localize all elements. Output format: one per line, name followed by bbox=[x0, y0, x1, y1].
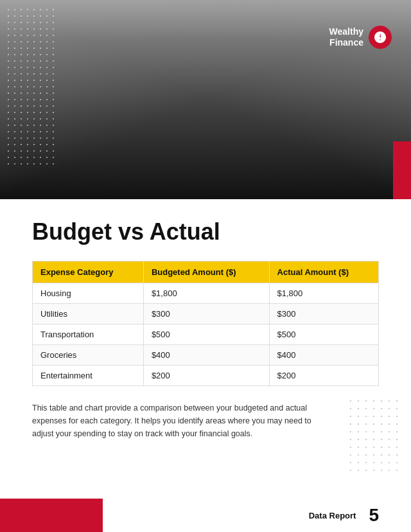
table-cell: Housing bbox=[33, 283, 144, 304]
table-header-row: Expense Category Budgeted Amount ($) Act… bbox=[33, 262, 379, 283]
logo-icon: $ bbox=[369, 26, 392, 49]
hero-image: Wealthy Finance $ bbox=[0, 0, 411, 199]
col-header-actual: Actual Amount ($) bbox=[269, 262, 378, 283]
table-row: Housing$1,800$1,800 bbox=[33, 283, 379, 304]
footer-red-bar bbox=[0, 499, 103, 532]
dot-pattern-bottom-right bbox=[347, 397, 398, 474]
table-row: Utilities$300$300 bbox=[33, 304, 379, 324]
red-accent-right bbox=[393, 141, 411, 199]
dot-pattern-left bbox=[5, 6, 57, 167]
table-row: Groceries$400$400 bbox=[33, 345, 379, 366]
logo-area: Wealthy Finance $ bbox=[329, 26, 392, 49]
col-header-category: Expense Category bbox=[33, 262, 144, 283]
table-cell: $400 bbox=[269, 345, 378, 366]
description-text: This table and chart provide a compariso… bbox=[32, 402, 328, 440]
table-row: Entertainment$200$200 bbox=[33, 366, 379, 386]
svg-text:$: $ bbox=[377, 33, 381, 41]
table-cell: Groceries bbox=[33, 345, 144, 366]
table-row: Transportation$500$500 bbox=[33, 324, 379, 345]
table-cell: $300 bbox=[269, 304, 378, 324]
table-cell: Utilities bbox=[33, 304, 144, 324]
table-cell: $500 bbox=[143, 324, 269, 345]
page-title: Budget vs Actual bbox=[32, 218, 379, 245]
footer-right: Data Report 5 bbox=[309, 505, 411, 526]
budget-table: Expense Category Budgeted Amount ($) Act… bbox=[32, 261, 379, 386]
table-cell: $400 bbox=[143, 345, 269, 366]
table-cell: $500 bbox=[269, 324, 378, 345]
page-number: 5 bbox=[369, 505, 385, 526]
table-cell: Transportation bbox=[33, 324, 144, 345]
table-cell: $1,800 bbox=[269, 283, 378, 304]
table-cell: $300 bbox=[143, 304, 269, 324]
table-cell: $200 bbox=[269, 366, 378, 386]
table-cell: $1,800 bbox=[143, 283, 269, 304]
table-cell: $200 bbox=[143, 366, 269, 386]
footer-label: Data Report bbox=[309, 511, 356, 520]
footer: Data Report 5 bbox=[0, 499, 411, 532]
table-cell: Entertainment bbox=[33, 366, 144, 386]
logo-text: Wealthy Finance bbox=[329, 26, 363, 48]
col-header-budgeted: Budgeted Amount ($) bbox=[143, 262, 269, 283]
